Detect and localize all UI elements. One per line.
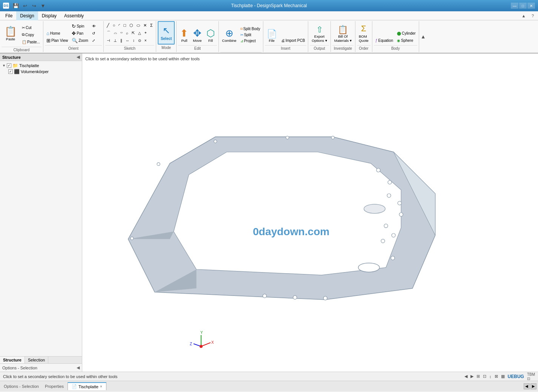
fit-btn[interactable]: ⤢ xyxy=(91,37,102,44)
sketch-s3-btn[interactable]: ⌔ xyxy=(119,29,124,36)
menu-display[interactable]: Display xyxy=(38,11,60,20)
sketch-ellipse-btn[interactable]: ⬭ xyxy=(135,22,141,29)
fill-btn[interactable]: ⬡ Fill xyxy=(204,22,217,44)
sketch-t6-btn[interactable]: ⊙ xyxy=(137,37,143,44)
svg-text:Y: Y xyxy=(200,331,203,335)
bottom-nav-left[interactable]: ◀ xyxy=(524,383,530,389)
sketch-t2-btn[interactable]: ⊥ xyxy=(112,37,118,44)
tischplatte-tab[interactable]: 📄 Tischplatte × xyxy=(68,382,106,390)
paste-special-btn[interactable]: 📋 Paste... xyxy=(20,38,42,45)
status-icon1[interactable]: ⊞ xyxy=(477,374,480,379)
bom-quote-btn[interactable]: Σ BOMQuote xyxy=(357,22,370,44)
spin-btn[interactable]: ↻ Spin xyxy=(70,23,90,29)
home-btn[interactable]: ⌂ Home xyxy=(45,30,69,37)
sketch-t3-btn[interactable]: ∥ xyxy=(119,37,124,44)
sketch-s4-btn[interactable]: ⌕ xyxy=(125,29,130,36)
reset-btn[interactable]: ↺ xyxy=(91,30,102,37)
bl-tab-structure[interactable]: Structure xyxy=(0,357,25,363)
qa-redo-btn[interactable]: ↪ xyxy=(30,2,38,9)
zoom-btn[interactable]: 🔍 Zoom xyxy=(70,37,90,44)
tree-arrow-root: ▼ xyxy=(2,64,6,67)
sketch-t1-btn[interactable]: ⊣ xyxy=(105,37,112,44)
look-btn[interactable]: 👁 xyxy=(91,23,102,29)
orient-label: Orient xyxy=(45,45,102,51)
sketch-s1-btn[interactable]: ⌒ xyxy=(105,29,112,36)
sketch-line-btn[interactable]: ╱ xyxy=(105,22,111,29)
cylinder-btn[interactable]: ⬤ Cylinder xyxy=(395,30,417,37)
tree-check-root[interactable]: ✓ xyxy=(7,63,11,68)
viewport[interactable]: Click to set a secondary selection to be… xyxy=(82,54,538,372)
sketch-rect-btn[interactable]: □ xyxy=(122,22,128,29)
bottom-nav-right[interactable]: ▶ xyxy=(530,383,536,389)
status-icon2[interactable]: ⊡ xyxy=(483,374,486,379)
copy-btn[interactable]: ⧉ Copy xyxy=(20,31,42,38)
bl-tab-selection[interactable]: Selection xyxy=(25,357,48,363)
export-options-btn[interactable]: ⇧ ExportOptions ▾ xyxy=(310,22,329,44)
sketch-s5-btn[interactable]: ⇱ xyxy=(130,29,136,36)
properties-tab[interactable]: Properties xyxy=(43,383,66,389)
split-btn[interactable]: ✂ Split xyxy=(239,32,261,38)
status-nav-left[interactable]: ◀ xyxy=(464,374,467,379)
sketch-t7-btn[interactable]: × xyxy=(143,37,148,44)
structure-pin[interactable]: ◀ xyxy=(77,55,80,60)
tree-item-child0[interactable]: ✓ ⬛ Volumenkörper xyxy=(8,69,80,75)
model-svg: 0daydown.com xyxy=(82,54,538,372)
menu-assembly[interactable]: Assembly xyxy=(60,11,88,20)
bill-of-materials-btn[interactable]: 📋 Bill OfMaterials ▾ xyxy=(332,22,354,44)
ribbon-expand-btn[interactable]: ▲ xyxy=(421,34,426,40)
close-btn[interactable]: ✕ xyxy=(527,3,535,9)
paste-label: Paste xyxy=(6,37,15,41)
sketch-t5-btn[interactable]: ↕ xyxy=(131,37,136,44)
tab-close-btn[interactable]: × xyxy=(100,384,102,389)
split-body-btn[interactable]: ⧈ Split Body xyxy=(239,26,261,32)
status-nav-right[interactable]: ▶ xyxy=(470,374,473,379)
project-btn[interactable]: ⊿ Project xyxy=(239,38,261,44)
status-icon4[interactable]: ⊠ xyxy=(495,374,498,379)
sphere-btn[interactable]: ◉ Sphere xyxy=(395,37,417,44)
planview-btn[interactable]: ⊞ Plan View xyxy=(45,37,69,44)
sketch-arc-btn[interactable]: ◜ xyxy=(117,22,121,29)
clipboard-label: Clipboard xyxy=(2,47,42,53)
sketch-s2-btn[interactable]: ⌓ xyxy=(112,29,118,36)
sketch-s6-btn[interactable]: △ xyxy=(137,29,143,36)
tab-doc-icon: 📄 xyxy=(72,384,77,389)
sketch-poly-btn[interactable]: ⬡ xyxy=(128,22,135,29)
sketch-more-btn[interactable]: Σ xyxy=(149,22,154,29)
qa-undo-btn[interactable]: ↩ xyxy=(21,2,29,9)
qa-dropdown-btn[interactable]: ▼ xyxy=(39,2,47,9)
status-icon5[interactable]: ▦ xyxy=(501,374,505,379)
tree-item-root[interactable]: ▼ ✓ 📁 Tischplatte xyxy=(2,63,80,69)
svg-point-20 xyxy=(263,294,266,298)
qa-save-btn[interactable]: 💾 xyxy=(12,2,20,9)
menu-design[interactable]: Design xyxy=(16,11,38,20)
options-pin[interactable]: ◀ xyxy=(77,365,80,370)
sketch-circle-btn[interactable]: ○ xyxy=(111,22,117,29)
orient-content: ⌂ Home ⊞ Plan View ↻ Spin ✥ Pan 🔍 Zoom 👁… xyxy=(45,22,102,44)
move-btn[interactable]: ✥ Move xyxy=(191,22,203,44)
combine-btn[interactable]: ⊕ Combine xyxy=(220,22,238,44)
menu-file[interactable]: File xyxy=(2,11,16,20)
file-insert-btn[interactable]: 📄 File xyxy=(265,22,279,44)
paste-btn[interactable]: 📋 Paste xyxy=(2,22,20,45)
status-icon3[interactable]: ↕ xyxy=(489,374,492,379)
equation-btn[interactable]: ƒ Equation xyxy=(374,37,395,44)
cut-btn[interactable]: ✂ Cut xyxy=(20,24,42,31)
sketch-x-btn[interactable]: ✕ xyxy=(142,22,148,29)
options-selection-tab[interactable]: Options - Selection xyxy=(2,383,41,389)
split-icon: ✂ xyxy=(240,33,243,37)
sketch-t4-btn[interactable]: ↔ xyxy=(124,37,131,44)
clipboard-extras: ✂ Cut ⧉ Copy 📋 Paste... xyxy=(20,24,42,45)
minimize-btn[interactable]: — xyxy=(511,3,518,9)
combine-label: Combine xyxy=(222,38,237,43)
ribbon-help-btn[interactable]: ? xyxy=(529,12,536,20)
tree-check-child0[interactable]: ✓ xyxy=(8,69,13,74)
select-btn[interactable]: ↖ Select xyxy=(158,21,175,44)
import-pcb-icon: 🖨 xyxy=(281,38,285,43)
pull-btn[interactable]: ⬆ Pull xyxy=(178,22,190,44)
import-pcb-btn[interactable]: 🖨 Import PCB xyxy=(280,37,307,44)
options-label: Options - Selection xyxy=(2,366,37,370)
pan-btn[interactable]: ✥ Pan xyxy=(70,30,90,37)
ribbon-collapse-btn[interactable]: ▲ xyxy=(520,12,527,20)
sketch-s7-btn[interactable]: ⌖ xyxy=(143,29,148,36)
maximize-btn[interactable]: □ xyxy=(519,3,527,9)
